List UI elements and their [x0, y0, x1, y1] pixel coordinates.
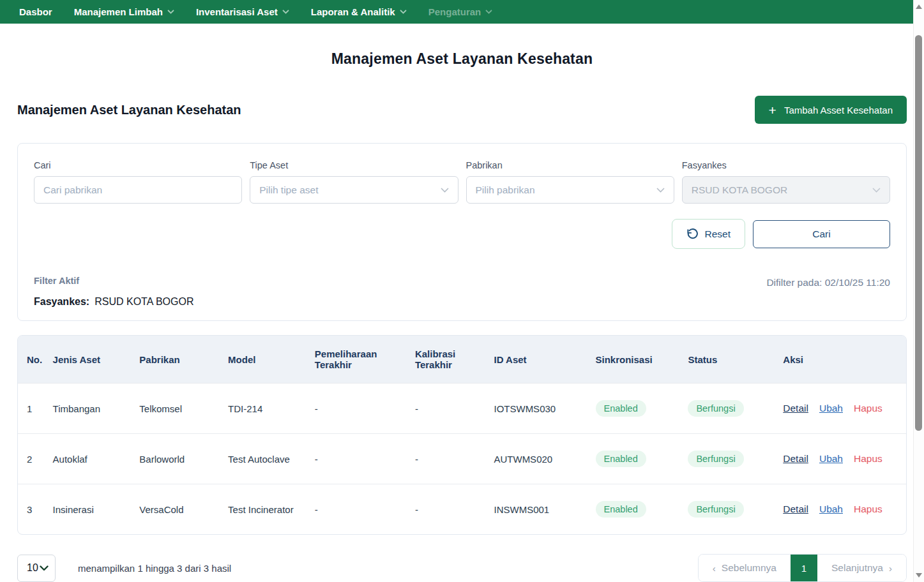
add-asset-button[interactable]: + Tambah Asset Kesehatan: [755, 96, 907, 124]
nav-item-label: Dasbor: [19, 6, 52, 17]
facility-select-value: RSUD KOTA BOGOR: [692, 184, 787, 196]
next-page-button[interactable]: Selanjutnya ›: [817, 555, 906, 581]
asset-type-select-value: Pilih tipe aset: [259, 184, 318, 196]
row-actions: DetailUbahHapus: [776, 384, 906, 434]
active-filter-value: RSUD KOTA BOGOR: [95, 296, 193, 307]
hapus-link[interactable]: Hapus: [854, 403, 882, 414]
cell-pabrikan: Barloworld: [133, 434, 222, 484]
table-row: 1 Timbangan Telkomsel TDI-214 - - IOTSWM…: [18, 384, 906, 434]
section-title: Manajemen Aset Layanan Kesehatan: [17, 103, 241, 117]
scrollbar-thumb[interactable]: [915, 35, 922, 431]
nav-item-laporan-analitik[interactable]: Laporan & Analitik: [311, 6, 407, 17]
active-filter-block: Filter Aktif Fasyankes:RSUD KOTA BOGOR: [34, 276, 193, 308]
chevron-down-icon: [485, 10, 492, 14]
col-header-kalibrasi: Kalibrasi Terakhir: [409, 336, 488, 384]
manufacturer-select[interactable]: Pilih pabrikan: [466, 176, 674, 204]
cell-model: Test Autoclave: [222, 434, 308, 484]
reset-button[interactable]: Reset: [672, 219, 746, 249]
table-row: 3 Insinerasi VersaCold Test Incinerator …: [18, 484, 906, 535]
cell-pemeliharaan: -: [308, 434, 409, 484]
table-footer: 10 menampilkan 1 hingga 3 dari 3 hasil ‹…: [17, 554, 907, 582]
col-header-pemeliharaan: Pemeliharaan Terakhir: [308, 336, 409, 384]
sync-status-badge: Enabled: [596, 501, 646, 518]
scroll-down-arrow[interactable]: [916, 573, 922, 578]
detail-link[interactable]: Detail: [783, 453, 808, 464]
cell-id-aset: INSWMS001: [487, 484, 589, 535]
chevron-down-icon: [441, 188, 449, 193]
cell-jenis-aset: Insinerasi: [47, 484, 133, 535]
assets-table: No. Jenis Aset Pabrikan Model Pemelihara…: [18, 336, 906, 534]
table-header-row: No. Jenis Aset Pabrikan Model Pemelihara…: [18, 336, 906, 384]
col-header-jenis-aset: Jenis Aset: [47, 336, 133, 384]
refresh-icon: [686, 228, 699, 240]
nav-item-label: Inventarisasi Aset: [196, 6, 278, 17]
page-title: Manajemen Aset Layanan Kesehatan: [17, 50, 907, 68]
nav-item-pengaturan[interactable]: Pengaturan: [428, 6, 493, 17]
nav-item-manajemen-limbah[interactable]: Manajemen Limbah: [74, 6, 174, 17]
cell-kalibrasi: -: [409, 484, 488, 535]
vertical-scrollbar: [913, 0, 924, 582]
detail-link[interactable]: Detail: [783, 504, 808, 514]
manufacturer-label: Pabrikan: [466, 160, 674, 170]
col-header-pabrikan: Pabrikan: [133, 336, 222, 384]
cell-kalibrasi: -: [409, 434, 488, 484]
cell-model: TDI-214: [222, 384, 308, 434]
nav-item-dasbor[interactable]: Dasbor: [19, 6, 52, 17]
previous-page-label: Sebelumnya: [722, 562, 776, 574]
asset-type-field-group: Tipe Aset Pilih tipe aset: [250, 160, 458, 204]
col-header-id-aset: ID Aset: [487, 336, 589, 384]
chevron-down-icon: [40, 565, 49, 571]
filter-actions: Reset Cari: [34, 219, 890, 249]
filter-card: Cari Tipe Aset Pilih tipe aset Pabrikan …: [17, 143, 907, 321]
search-submit-button[interactable]: Cari: [753, 220, 890, 248]
chevron-left-icon: ‹: [713, 563, 716, 574]
ubah-link[interactable]: Ubah: [819, 453, 843, 464]
ubah-link[interactable]: Ubah: [819, 403, 843, 414]
active-filter-line: Fasyankes:RSUD KOTA BOGOR: [34, 296, 193, 308]
previous-page-button[interactable]: ‹ Sebelumnya: [699, 555, 791, 581]
current-page-button[interactable]: 1: [791, 555, 817, 581]
hapus-link[interactable]: Hapus: [854, 453, 882, 464]
status-badge: Berfungsi: [688, 451, 743, 467]
chevron-down-icon: [872, 188, 881, 193]
facility-label: Fasyankes: [682, 160, 890, 170]
col-header-status: Status: [681, 336, 776, 384]
ubah-link[interactable]: Ubah: [819, 504, 843, 514]
cell-no: 2: [18, 434, 47, 484]
assets-table-card: No. Jenis Aset Pabrikan Model Pemelihara…: [17, 335, 907, 535]
row-actions: DetailUbahHapus: [776, 434, 906, 484]
page-size-select[interactable]: 10: [17, 555, 56, 582]
active-filter-key: Fasyankes:: [34, 296, 89, 307]
page-content: Manajemen Aset Layanan Kesehatan Manajem…: [0, 50, 924, 582]
cell-pemeliharaan: -: [308, 484, 409, 535]
section-header-row: Manajemen Aset Layanan Kesehatan + Tamba…: [17, 96, 907, 124]
col-header-sinkronisasi: Sinkronisasi: [589, 336, 682, 384]
chevron-down-icon: [167, 10, 174, 14]
detail-link[interactable]: Detail: [783, 403, 808, 414]
cell-kalibrasi: -: [409, 384, 488, 434]
facility-field-group: Fasyankes RSUD KOTA BOGOR: [682, 160, 890, 204]
hapus-link[interactable]: Hapus: [854, 504, 882, 514]
search-input[interactable]: [34, 176, 242, 204]
add-asset-button-label: Tambah Asset Kesehatan: [784, 105, 893, 116]
asset-type-label: Tipe Aset: [250, 160, 458, 170]
chevron-down-icon: [656, 188, 665, 193]
cell-id-aset: IOTSWMS030: [487, 384, 589, 434]
plus-icon: +: [769, 103, 776, 117]
search-label: Cari: [34, 160, 242, 170]
status-badge: Berfungsi: [688, 400, 743, 417]
scroll-up-arrow[interactable]: [916, 4, 922, 9]
col-header-aksi: Aksi: [776, 336, 906, 384]
status-badge: Berfungsi: [688, 501, 743, 518]
nav-item-inventarisasi-aset[interactable]: Inventarisasi Aset: [196, 6, 289, 17]
asset-type-select[interactable]: Pilih tipe aset: [250, 176, 458, 204]
manufacturer-select-value: Pilih pabrikan: [476, 184, 535, 196]
active-filter-title: Filter Aktif: [34, 276, 193, 286]
filtered-at-timestamp: Difilter pada: 02/10/25 11:20: [766, 277, 890, 288]
cell-model: Test Incinerator: [222, 484, 308, 535]
search-field-group: Cari: [34, 160, 242, 204]
filter-fields: Cari Tipe Aset Pilih tipe aset Pabrikan …: [34, 160, 890, 204]
col-header-no: No.: [18, 336, 47, 384]
chevron-down-icon: [400, 10, 407, 14]
nav-item-label: Manajemen Limbah: [74, 6, 163, 17]
